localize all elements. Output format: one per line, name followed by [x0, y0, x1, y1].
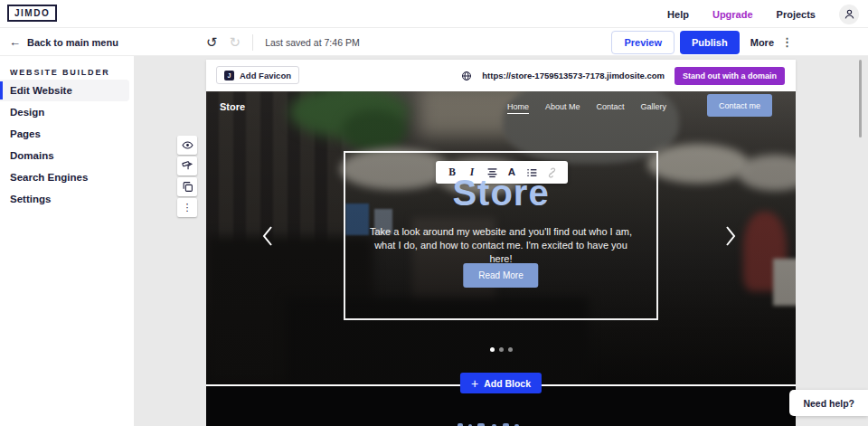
- sidebar-item-design[interactable]: Design: [0, 101, 129, 123]
- chevron-right-icon: [725, 225, 736, 247]
- contact-me-button[interactable]: Contact me: [707, 94, 772, 117]
- paint-roller-icon: [182, 160, 193, 172]
- eye-icon: [182, 139, 193, 151]
- read-more-button[interactable]: Read More: [463, 263, 538, 288]
- preview-browser-bar: J Add Favicon https://store-1759513573-7…: [206, 60, 796, 91]
- duplicate-block-button[interactable]: [177, 177, 197, 196]
- history-group: ↺ ↻ Last saved at 7:46 PM: [206, 28, 360, 56]
- site-header: Store Home About Me Contact Gallery Cont…: [206, 91, 796, 129]
- sidebar-item-search-engines[interactable]: Search Engines: [0, 166, 129, 188]
- site-nav-contact[interactable]: Contact: [596, 102, 624, 114]
- kebab-icon: ⋮: [781, 35, 793, 49]
- globe-icon: [461, 71, 472, 81]
- site-nav-home[interactable]: Home: [507, 102, 529, 114]
- add-favicon-button[interactable]: J Add Favicon: [216, 66, 299, 84]
- sidebar-heading: WEBSITE BUILDER: [10, 68, 134, 77]
- editor-toolbar: ← Back to main menu ↺ ↻ Last saved at 7:…: [0, 28, 868, 56]
- website-builder-sidebar: WEBSITE BUILDER Edit Website Design Page…: [0, 56, 134, 426]
- selected-block-outline[interactable]: B I A: [344, 151, 658, 320]
- site-logo[interactable]: Store: [220, 101, 245, 112]
- carousel-prev-button[interactable]: [260, 223, 275, 249]
- site-nav-gallery[interactable]: Gallery: [640, 102, 666, 114]
- sidebar-items: Edit Website Design Pages Domains Search…: [0, 80, 129, 210]
- block-toolbar: ⋮: [177, 136, 197, 217]
- site-hero-section[interactable]: Store Home About Me Contact Gallery Cont…: [206, 91, 796, 384]
- stand-out-domain-button[interactable]: Stand out with a domain: [675, 67, 785, 85]
- need-help-button[interactable]: Need help?: [789, 390, 868, 416]
- vertical-scrollbar[interactable]: [859, 60, 862, 137]
- upgrade-link[interactable]: Upgrade: [712, 9, 753, 20]
- sidebar-item-domains[interactable]: Domains: [0, 145, 129, 166]
- carousel-dot-1[interactable]: [490, 347, 495, 352]
- duplicate-icon: [182, 181, 193, 193]
- block-more-button[interactable]: ⋮: [177, 198, 197, 217]
- add-favicon-label: Add Favicon: [240, 71, 291, 80]
- account-avatar[interactable]: [839, 5, 859, 24]
- more-label: More: [750, 37, 774, 48]
- publish-button[interactable]: Publish: [680, 31, 740, 54]
- hero-title[interactable]: Store: [345, 173, 656, 213]
- redo-button: ↻: [230, 35, 241, 49]
- user-icon: [844, 8, 855, 20]
- help-link[interactable]: Help: [667, 9, 689, 20]
- divider: [252, 34, 253, 51]
- site-nav-about-me[interactable]: About Me: [545, 102, 580, 114]
- site-preview: J Add Favicon https://store-1759513573-7…: [206, 60, 796, 426]
- jimdo-logo[interactable]: JIMDO: [7, 5, 57, 22]
- site-url[interactable]: https://store-1759513573-7178.jimdosite.…: [482, 71, 665, 80]
- hero-text[interactable]: Take a look around my website and you'll…: [365, 225, 637, 266]
- back-label: Back to main menu: [27, 37, 118, 48]
- site-nav: Home About Me Contact Gallery: [507, 102, 666, 114]
- carousel-dots: [206, 347, 796, 352]
- toolbar-actions: Preview Publish More ⋮: [611, 30, 793, 54]
- back-to-main-menu-button[interactable]: ← Back to main menu: [9, 28, 118, 56]
- chevron-left-icon: [262, 225, 273, 247]
- add-block-label: Add Block: [484, 378, 531, 389]
- preview-button[interactable]: Preview: [611, 31, 675, 54]
- add-block-button[interactable]: + Add Block: [460, 373, 542, 393]
- plus-icon: +: [471, 377, 478, 390]
- top-nav: Help Upgrade Projects: [667, 0, 859, 28]
- carousel-next-button[interactable]: [723, 223, 738, 249]
- jimdo-editor-page: JIMDO Help Upgrade Projects ← Back to ma…: [0, 0, 868, 426]
- kebab-icon: ⋮: [183, 203, 193, 213]
- top-bar: JIMDO Help Upgrade Projects: [0, 0, 868, 28]
- undo-button[interactable]: ↺: [206, 35, 218, 49]
- carousel-dot-3[interactable]: [508, 347, 513, 352]
- favicon-placeholder-icon: J: [224, 71, 234, 80]
- style-block-button[interactable]: [177, 156, 197, 175]
- last-saved-status: Last saved at 7:46 PM: [265, 37, 359, 48]
- sidebar-item-pages[interactable]: Pages: [0, 123, 129, 145]
- projects-link[interactable]: Projects: [777, 9, 816, 20]
- sidebar-item-edit-website[interactable]: Edit Website: [0, 80, 129, 101]
- url-group: https://store-1759513573-7178.jimdosite.…: [461, 60, 785, 91]
- back-arrow-icon: ←: [9, 35, 21, 49]
- hide-block-button[interactable]: [177, 136, 197, 155]
- sidebar-item-settings[interactable]: Settings: [0, 188, 129, 210]
- more-menu-button[interactable]: More ⋮: [750, 35, 793, 49]
- carousel-dot-2[interactable]: [499, 347, 504, 352]
